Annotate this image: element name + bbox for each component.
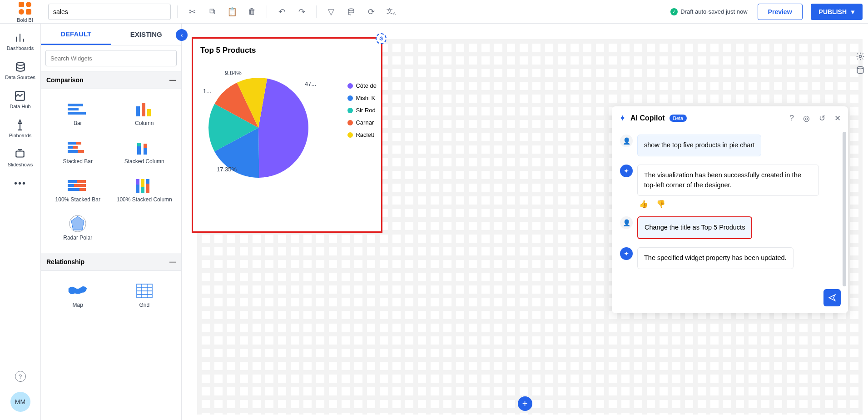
preview-button[interactable]: Preview <box>758 4 803 20</box>
publish-label: PUBLISH <box>819 8 847 15</box>
category-comparison[interactable]: Comparison — <box>41 71 181 89</box>
check-icon: ✓ <box>670 8 678 15</box>
widget-bar[interactable]: Bar <box>45 95 111 133</box>
pinboards-icon <box>14 119 26 131</box>
ai-avatar-icon: ✦ <box>620 247 633 260</box>
widget-column[interactable]: Column <box>111 95 178 133</box>
cut-icon[interactable]: ✂ <box>184 4 200 20</box>
widget-label: Stacked Bar <box>63 158 93 165</box>
target-icon[interactable]: ◎ <box>803 114 810 123</box>
nav-label: Pinboards <box>9 133 32 138</box>
copy-icon[interactable]: ⧉ <box>204 4 220 20</box>
nav-dashboards[interactable]: Dashboards <box>7 32 34 51</box>
add-widget-button[interactable]: + <box>518 396 532 411</box>
reset-icon[interactable]: ↺ <box>819 114 825 123</box>
nav-data-sources[interactable]: Data Sources <box>5 61 35 80</box>
svg-rect-23 <box>144 144 147 148</box>
tab-default[interactable]: DEFAULT <box>41 24 111 45</box>
slideshows-icon <box>14 148 26 160</box>
chart-title: Top 5 Products <box>200 46 374 55</box>
widget-pct-stacked-column[interactable]: 100% Stacked Column <box>111 171 178 209</box>
copilot-input[interactable] <box>619 288 819 308</box>
svg-point-5 <box>16 62 24 65</box>
legend-item: Carnar <box>347 119 377 126</box>
copilot-title: AI Copilot <box>630 114 665 122</box>
data-icon[interactable] <box>343 4 359 20</box>
widget-label: Stacked Column <box>124 158 164 165</box>
status-label: Draft auto-saved just now <box>680 8 747 15</box>
boldbi-logo-icon <box>18 1 32 15</box>
database-icon[interactable] <box>856 65 865 75</box>
ai-avatar-icon: ✦ <box>620 165 633 177</box>
nav-data-hub[interactable]: Data Hub <box>10 90 30 109</box>
widget-radar-polar[interactable]: Radar Polar <box>45 209 111 247</box>
svg-rect-24 <box>68 180 77 183</box>
svg-rect-28 <box>68 188 79 191</box>
svg-rect-21 <box>137 143 141 146</box>
translate-icon[interactable]: 文A <box>383 4 399 20</box>
widget-stacked-bar[interactable]: Stacked Bar <box>45 133 111 171</box>
svg-point-39 <box>859 55 862 58</box>
pie-chart-widget[interactable]: ⚙ Top 5 Products 47... 17.35% 1... 9.84%… <box>192 37 382 233</box>
widget-pct-stacked-bar[interactable]: 100% Stacked Bar <box>45 171 111 209</box>
svg-rect-27 <box>74 184 86 187</box>
svg-rect-29 <box>79 188 86 191</box>
data-sources-icon <box>15 61 26 73</box>
category-label: Comparison <box>46 76 84 84</box>
chevron-down-icon: ▾ <box>851 8 854 15</box>
filter-icon[interactable]: ▽ <box>323 4 339 20</box>
widget-stacked-column[interactable]: Stacked Column <box>111 133 178 171</box>
scrollbar[interactable] <box>843 132 846 286</box>
svg-rect-8 <box>68 104 83 106</box>
widget-settings-icon[interactable]: ⚙ <box>376 33 387 44</box>
nav-more[interactable]: ••• <box>15 177 26 189</box>
thumbs-up-icon[interactable]: 👍 <box>639 200 648 208</box>
collapse-panel-button[interactable]: ‹ <box>176 29 188 41</box>
separator <box>177 5 178 18</box>
thumbs-down-icon[interactable]: 👎 <box>656 200 665 208</box>
radar-icon <box>68 215 88 232</box>
tab-existing[interactable]: EXISTING <box>111 24 182 45</box>
delete-icon[interactable]: 🗑 <box>244 4 260 20</box>
nav-pinboards[interactable]: Pinboards <box>9 119 32 138</box>
stacked-bar-icon <box>68 139 88 155</box>
redo-icon[interactable]: ↷ <box>293 4 310 20</box>
nav-slideshows[interactable]: Slideshows <box>8 148 33 167</box>
undo-icon[interactable]: ↶ <box>273 4 290 20</box>
logo[interactable]: Bold BI <box>5 1 45 23</box>
designer-canvas[interactable]: ⚙ Top 5 Products 47... 17.35% 1... 9.84%… <box>182 24 868 420</box>
svg-rect-13 <box>147 109 151 116</box>
user-message: show the top five products in pie chart <box>637 135 761 156</box>
widget-grid[interactable]: Grid <box>111 276 178 315</box>
widget-label: Column <box>135 120 154 126</box>
search-widgets-input[interactable] <box>45 50 177 66</box>
send-button[interactable] <box>823 289 841 306</box>
gear-icon[interactable] <box>856 52 865 61</box>
widget-label: Map <box>73 302 83 308</box>
widget-map[interactable]: Map <box>45 276 111 315</box>
close-icon[interactable]: ✕ <box>834 114 841 123</box>
paste-icon[interactable]: 📋 <box>224 4 240 20</box>
ai-message: The visualization has been successfully … <box>637 165 819 196</box>
user-message-highlighted: Change the title as Top 5 Products <box>637 216 752 239</box>
data-hub-icon <box>14 90 26 102</box>
widget-label: 100% Stacked Column <box>117 196 172 203</box>
svg-marker-37 <box>71 216 84 230</box>
refresh-icon[interactable]: ⟳ <box>363 4 379 20</box>
ai-message: The specified widget property has been u… <box>637 247 794 269</box>
help-icon[interactable]: ? <box>15 371 26 382</box>
widget-label: 100% Stacked Bar <box>55 196 100 203</box>
publish-button[interactable]: PUBLISH▾ <box>811 4 863 20</box>
svg-rect-1 <box>26 2 31 7</box>
category-label: Relationship <box>46 258 84 265</box>
sparkle-icon: ✦ <box>619 113 626 123</box>
grid-icon <box>134 283 154 299</box>
dashboard-name-input[interactable] <box>48 4 171 20</box>
help-icon[interactable]: ? <box>790 114 794 123</box>
category-relationship[interactable]: Relationship — <box>41 253 181 271</box>
svg-rect-14 <box>68 142 76 145</box>
svg-rect-10 <box>68 112 86 115</box>
svg-rect-17 <box>73 146 78 149</box>
avatar[interactable]: MM <box>10 392 30 412</box>
svg-rect-7 <box>16 151 24 157</box>
